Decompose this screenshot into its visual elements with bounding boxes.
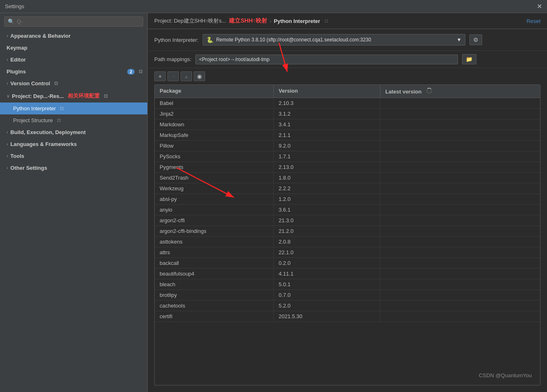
cell-latest	[380, 258, 540, 268]
col-latest: Latest version	[380, 85, 540, 98]
table-row[interactable]: brotlipy0.7.0	[155, 290, 540, 301]
cell-package: MarkupSafe	[155, 130, 274, 140]
chevron-right-icon6: ›	[7, 154, 8, 158]
cell-package: Pygments	[155, 162, 274, 172]
main-layout: 🔍 › Appearance & Behavior Keymap › Edito…	[0, 13, 547, 392]
chevron-right-icon: ›	[7, 34, 8, 38]
remove-package-button[interactable]: −	[167, 71, 179, 81]
sidebar-item-label: Appearance & Behavior	[10, 33, 71, 39]
cell-package: cachetools	[155, 301, 274, 311]
table-row[interactable]: Werkzeug2.2.2	[155, 183, 540, 194]
cell-version: 5.0.1	[274, 279, 380, 289]
table-row[interactable]: beautifulsoup44.11.1	[155, 269, 540, 279]
cell-package: argon2-cffi-bindings	[155, 226, 274, 236]
table-row[interactable]: Markdown3.4.1	[155, 119, 540, 130]
col-package: Package	[155, 85, 274, 98]
search-icon: 🔍	[8, 18, 14, 25]
path-label: Path mappings:	[154, 56, 191, 62]
up-button[interactable]: ▲	[181, 71, 192, 81]
sidebar-item-othersettings[interactable]: › Other Settings	[0, 162, 147, 174]
sidebar-item-appearance[interactable]: › Appearance & Behavior	[0, 30, 147, 42]
sidebar-item-editor[interactable]: › Editor	[0, 54, 147, 66]
table-row[interactable]: anyio3.6.1	[155, 205, 540, 215]
path-value: <Project root>→/root/autodl-tmp	[195, 55, 458, 64]
table-row[interactable]: PySocks1.7.1	[155, 151, 540, 162]
interpreter-select[interactable]: 🐍 Remote Python 3.8.10 (sftp://root@conn…	[203, 34, 465, 46]
table-row[interactable]: Send2Trash1.8.0	[155, 173, 540, 183]
table-row[interactable]: backcall0.2.0	[155, 258, 540, 269]
table-row[interactable]: Pillow9.2.0	[155, 141, 540, 151]
cell-latest	[380, 130, 540, 140]
sidebar-item-projectstructure[interactable]: Project Structure ⊡	[0, 114, 147, 126]
table-row[interactable]: absl-py1.2.0	[155, 194, 540, 205]
sidebar-item-pythoninterpreter[interactable]: Python Interpreter ⊡	[0, 103, 147, 114]
search-input[interactable]	[17, 18, 140, 25]
sidebar-item-label: Other Settings	[10, 165, 47, 171]
cell-version: 9.2.0	[274, 141, 380, 151]
cell-version: 0.2.0	[274, 258, 380, 268]
python-icon: 🐍	[206, 36, 214, 43]
breadcrumb: Project: Dep建立SHH↑映射s... 建立SHH↑映射 › Pyth…	[148, 13, 547, 29]
table-row[interactable]: certifi2021.5.30	[155, 311, 540, 322]
table-row[interactable]: argon2-cffi21.3.0	[155, 215, 540, 226]
external-icon5: ⊡	[57, 118, 61, 123]
cell-version: 5.2.0	[274, 301, 380, 311]
cell-package: brotlipy	[155, 290, 274, 300]
folder-icon: 📁	[466, 56, 473, 62]
cell-package: attrs	[155, 247, 274, 258]
packages-toolbar: + − ▲ ◉	[148, 68, 547, 84]
interpreter-gear-button[interactable]: ⚙	[469, 34, 482, 45]
eye-button[interactable]: ◉	[194, 71, 205, 81]
sidebar-item-label: Build, Execution, Deployment	[10, 129, 85, 135]
add-package-button[interactable]: +	[154, 71, 166, 81]
title-bar-title: Settings	[5, 3, 24, 9]
cell-latest	[380, 141, 540, 151]
chevron-right-icon3: ›	[7, 81, 8, 86]
close-icon[interactable]: ✕	[537, 2, 542, 10]
cell-package: beautifulsoup4	[155, 269, 274, 279]
cell-version: 21.3.0	[274, 215, 380, 226]
cell-version: 2.2.2	[274, 183, 380, 194]
table-row[interactable]: attrs22.1.0	[155, 247, 540, 258]
cell-version: 22.1.0	[274, 247, 380, 258]
table-row[interactable]: Babel2.10.3	[155, 98, 540, 109]
cell-version: 3.4.1	[274, 119, 380, 130]
cell-package: Pillow	[155, 141, 274, 151]
table-row[interactable]: asttokens2.0.8	[155, 237, 540, 247]
external-icon2: ⊡	[54, 81, 58, 86]
table-row[interactable]: Pygments2.13.0	[155, 162, 540, 173]
table-row[interactable]: Jinja23.1.2	[155, 109, 540, 119]
table-row[interactable]: argon2-cffi-bindings21.2.0	[155, 226, 540, 237]
cell-latest	[380, 162, 540, 172]
sidebar-item-tools[interactable]: › Tools	[0, 150, 147, 162]
cell-version: 1.7.1	[274, 151, 380, 162]
cell-latest	[380, 237, 540, 247]
interpreter-value: Remote Python 3.8.10 (sftp://root@connec…	[216, 37, 371, 43]
cell-version: 4.11.1	[274, 269, 380, 279]
cell-version: 1.2.0	[274, 194, 380, 204]
sidebar-item-versioncontrol[interactable]: › Version Control ⊡	[0, 77, 147, 89]
chevron-right-icon4: ›	[7, 130, 8, 134]
table-row[interactable]: cachetools5.2.0	[155, 301, 540, 311]
content-area: Project: Dep建立SHH↑映射s... 建立SHH↑映射 › Pyth…	[148, 13, 547, 392]
search-box[interactable]: 🔍	[4, 16, 143, 27]
folder-button[interactable]: 📁	[462, 54, 476, 64]
cell-latest	[380, 151, 540, 162]
table-body: Babel2.10.3Jinja23.1.2Markdown3.4.1Marku…	[155, 98, 540, 385]
sidebar-item-build[interactable]: › Build, Execution, Deployment	[0, 126, 147, 138]
cell-latest	[380, 247, 540, 258]
sidebar-item-languages[interactable]: › Languages & Frameworks	[0, 138, 147, 150]
cell-package: certifi	[155, 311, 274, 321]
cell-latest	[380, 215, 540, 226]
cell-package: Send2Trash	[155, 173, 274, 183]
cell-package: anyio	[155, 205, 274, 215]
reset-button[interactable]: Reset	[526, 18, 540, 24]
cell-package: Markdown	[155, 119, 274, 130]
sidebar-item-project[interactable]: ∨ Project: Dep...-Res... 相关环境配置 ⊡	[0, 89, 147, 103]
table-row[interactable]: MarkupSafe2.1.1	[155, 130, 540, 141]
sidebar-item-plugins[interactable]: Plugins 2 ⊡	[0, 66, 147, 77]
table-row[interactable]: bleach5.0.1	[155, 279, 540, 290]
cell-latest	[380, 194, 540, 204]
sidebar-item-keymap[interactable]: Keymap	[0, 42, 147, 54]
col-version: Version	[274, 85, 380, 98]
